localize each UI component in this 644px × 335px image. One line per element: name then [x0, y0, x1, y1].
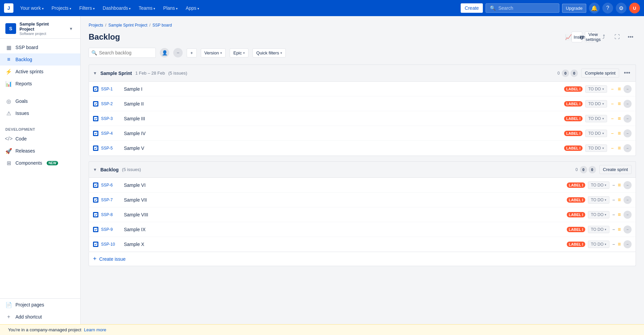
active-sprints-icon: ⚡: [5, 68, 12, 75]
assignee-avatar: −: [624, 144, 632, 152]
sprint-stat-circle-done: 0: [570, 70, 578, 77]
breadcrumb-board[interactable]: SSP board: [152, 23, 172, 28]
avatar-filter-all[interactable]: 👤: [160, 48, 169, 57]
search-backlog-input[interactable]: [89, 48, 156, 58]
table-row[interactable]: SSP-9 Sample IX LABEL I TO DO ▾ − ≡ −: [89, 222, 636, 237]
search-box[interactable]: 🔍: [486, 3, 559, 13]
sidebar-item-active-sprints[interactable]: ⚡ Active sprints: [0, 66, 80, 78]
sidebar-item-backlog[interactable]: ≡ Backlog: [0, 53, 80, 66]
issue-id[interactable]: SSP-4: [101, 131, 121, 136]
app-logo[interactable]: J: [4, 3, 13, 13]
search-backlog-container: 🔍: [89, 48, 156, 58]
project-icon: S: [5, 23, 16, 34]
task-icon: [93, 212, 98, 217]
share-button[interactable]: ⤴: [598, 32, 609, 42]
table-row[interactable]: SSP-3 Sample III LABEL I TO DO ▾ − ≡ −: [89, 111, 636, 126]
view-settings-button[interactable]: ⊟ View settings: [585, 32, 596, 42]
status-badge[interactable]: TO DO ▾: [585, 115, 607, 122]
issue-id[interactable]: SSP-9: [101, 227, 121, 232]
nav-plans[interactable]: Plans: [160, 4, 180, 12]
status-badge[interactable]: TO DO ▾: [588, 196, 610, 204]
create-issue-row[interactable]: + Create issue: [89, 252, 636, 266]
sprint-collapse-icon: ▼: [93, 71, 97, 76]
sidebar-item-releases[interactable]: 🚀 Releases: [0, 145, 80, 157]
create-button[interactable]: Create: [461, 3, 483, 13]
status-badge[interactable]: TO DO ▾: [588, 241, 610, 248]
breadcrumb-projects[interactable]: Projects: [89, 23, 103, 28]
notifications-button[interactable]: 🔔: [589, 3, 600, 13]
sidebar-item-add-shortcut[interactable]: + Add shortcut: [0, 311, 80, 323]
table-row[interactable]: SSP-7 Sample VII LABEL I TO DO ▾ − ≡ −: [89, 193, 636, 207]
table-row[interactable]: SSP-4 Sample IV LABEL I TO DO ▾ − ≡ −: [89, 126, 636, 141]
table-row[interactable]: SSP-8 Sample VIII LABEL I TO DO ▾ − ≡ −: [89, 207, 636, 222]
user-avatar[interactable]: U: [629, 3, 640, 13]
avatar-filter-unassigned[interactable]: −: [173, 48, 183, 57]
nav-teams[interactable]: Teams: [136, 4, 158, 12]
sidebar-item-reports[interactable]: 📊 Reports: [0, 78, 80, 90]
help-button[interactable]: ?: [602, 3, 613, 13]
table-row[interactable]: SSP-10 Sample X LABEL I TO DO ▾ − ≡ −: [89, 237, 636, 252]
status-badge[interactable]: TO DO ▾: [588, 211, 610, 218]
table-row[interactable]: SSP-1 Sample I LABEL I TO DO ▾ − ≡ −: [89, 82, 636, 96]
sidebar-item-board[interactable]: ▦ SSP board: [0, 41, 80, 53]
priority-dash: −: [612, 212, 615, 217]
epic-dropdown[interactable]: Epic ▾: [230, 48, 248, 57]
table-row[interactable]: SSP-2 Sample II LABEL I TO DO ▾ − ≡ −: [89, 96, 636, 111]
sidebar-expand-button[interactable]: ▾: [67, 25, 75, 33]
issue-id[interactable]: SSP-8: [101, 212, 121, 217]
issue-id[interactable]: SSP-7: [101, 198, 121, 202]
label-badge: LABEL I: [567, 242, 585, 247]
nav-apps[interactable]: Apps: [183, 4, 202, 12]
nav-dashboards[interactable]: Dashboards: [100, 4, 133, 12]
quick-filters-label: Quick filters: [256, 50, 279, 55]
fullscreen-button[interactable]: ⛶: [612, 32, 623, 42]
assignee-avatar: −: [624, 240, 632, 248]
upgrade-button[interactable]: Upgrade: [562, 4, 586, 13]
table-row[interactable]: SSP-6 Sample VI LABEL I TO DO ▾ − ≡ −: [89, 178, 636, 193]
status-badge[interactable]: TO DO ▾: [585, 130, 607, 137]
sidebar-item-label-releases: Releases: [15, 148, 35, 154]
status-badge[interactable]: TO DO ▾: [585, 85, 607, 93]
issue-id[interactable]: SSP-3: [101, 116, 121, 121]
sidebar-item-code[interactable]: </> Code: [0, 133, 80, 145]
sidebar-item-components[interactable]: ⊞ Components NEW: [0, 157, 80, 169]
learn-more-link[interactable]: Learn more: [84, 327, 106, 332]
nav-filters[interactable]: Filters: [77, 4, 97, 12]
create-issue-label: Create issue: [99, 256, 126, 262]
status-badge[interactable]: TO DO ▾: [585, 144, 607, 152]
issue-id[interactable]: SSP-2: [101, 101, 121, 106]
issue-title: Sample III: [124, 116, 561, 121]
issue-title: Sample X: [124, 242, 564, 247]
issue-title: Sample VIII: [124, 212, 564, 217]
backlog-header[interactable]: ▼ Backlog (5 issues) 0 0 0 Create sprint: [89, 161, 636, 177]
status-badge[interactable]: TO DO ▾: [588, 181, 610, 189]
sidebar-item-project-pages[interactable]: 📄 Project pages: [0, 299, 80, 311]
version-arrow: ▾: [220, 51, 222, 55]
task-icon: [93, 227, 98, 232]
more-options-button[interactable]: •••: [625, 32, 636, 42]
status-badge[interactable]: TO DO ▾: [588, 226, 610, 233]
issue-id[interactable]: SSP-10: [101, 242, 121, 247]
goals-icon: ◎: [5, 98, 12, 104]
sidebar-item-issues[interactable]: ⚠ Issues: [0, 107, 80, 119]
sprint-more-button[interactable]: •••: [623, 68, 632, 78]
settings-button[interactable]: ⚙: [616, 3, 627, 13]
task-icon: [93, 131, 98, 136]
issue-id[interactable]: SSP-5: [101, 146, 121, 151]
sprint-header[interactable]: ▼ Sample Sprint 1 Feb – 28 Feb (5 issues…: [89, 65, 636, 81]
issue-id[interactable]: SSP-1: [101, 87, 121, 91]
table-row[interactable]: SSP-5 Sample V LABEL I TO DO ▾ − ≡ −: [89, 141, 636, 156]
create-sprint-button[interactable]: Create sprint: [599, 165, 632, 174]
search-input[interactable]: [498, 5, 555, 11]
sidebar-item-goals[interactable]: ◎ Goals: [0, 95, 80, 107]
nav-projects[interactable]: Projects: [49, 4, 74, 12]
issue-id[interactable]: SSP-6: [101, 183, 121, 187]
breadcrumb-project[interactable]: Sample Sprint Project: [108, 23, 147, 28]
backlog-section: ▼ Backlog (5 issues) 0 0 0 Create sprint…: [89, 161, 636, 266]
status-badge[interactable]: TO DO ▾: [585, 100, 607, 108]
complete-sprint-button[interactable]: Complete sprint: [581, 69, 619, 78]
quick-filters-dropdown[interactable]: Quick filters ▾: [252, 48, 286, 57]
add-people-button[interactable]: +: [187, 48, 197, 57]
version-dropdown[interactable]: Version ▾: [201, 48, 226, 57]
nav-your-work[interactable]: Your work: [17, 4, 46, 12]
